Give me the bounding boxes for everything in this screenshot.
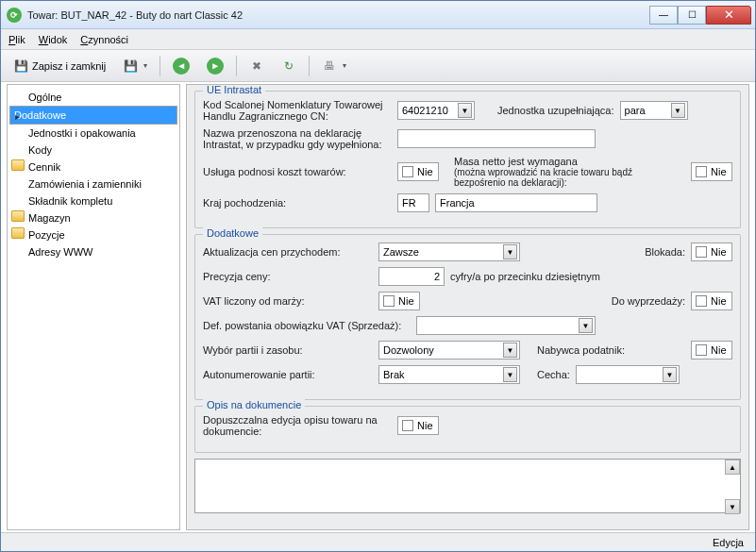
refresh-icon: ↻ <box>281 59 296 74</box>
group-label: Opis na dokumencie <box>203 399 305 410</box>
group-additional: Dodatkowe Aktualizacja cen przychodem: Z… <box>194 234 741 400</box>
main-panel: UE Intrastat Kod Scalonej Nomenklatury T… <box>186 84 749 530</box>
cn-label: Kod Scalonej Nomenklatury Towarowej Hand… <box>203 99 392 122</box>
nav-item-zam-wienia-i-zamienniki[interactable]: Zamówienia i zamienniki <box>9 176 177 192</box>
tools-button[interactable]: ✖ <box>243 55 271 77</box>
notes-textarea[interactable] <box>194 459 741 513</box>
folder-icon <box>11 159 25 171</box>
auto-select[interactable]: Brak▼ <box>378 365 520 384</box>
scrollbar[interactable]: ▲ ▼ <box>725 460 740 514</box>
folder-icon <box>11 210 25 222</box>
chevron-down-icon: ▼ <box>458 103 472 118</box>
menu-file[interactable]: Plik <box>8 34 25 45</box>
back-button[interactable]: ◄ <box>166 55 196 77</box>
upd-label: Aktualizacja cen przychodem: <box>203 246 373 258</box>
taxpayer-checkbox[interactable]: Nie <box>691 341 732 360</box>
forward-button[interactable]: ► <box>200 55 230 77</box>
folder-icon <box>11 227 25 239</box>
titlebar[interactable]: ⟳ Towar: BUT_NAR_42 - Buty do nart Class… <box>1 1 755 29</box>
print-button[interactable]: 🖶▾ <box>315 55 353 77</box>
nav-item-og-lne[interactable]: Ogólne <box>9 89 177 106</box>
sale-label: Do wyprzedaży: <box>612 295 685 307</box>
mass-sub: (można wprowadzić na kracie towaru bądź … <box>454 167 685 188</box>
unit-select[interactable]: para▼ <box>620 101 688 120</box>
scroll-up-icon[interactable]: ▲ <box>725 460 740 475</box>
taxpayer-label: Nabywca podatnik: <box>537 344 685 356</box>
chevron-down-icon: ▼ <box>503 343 517 358</box>
print-icon: 🖶 <box>322 59 337 74</box>
mass-label: Masa netto jest wymagana <box>454 156 685 167</box>
chevron-down-icon: ▼ <box>503 244 517 259</box>
feat-select[interactable]: ▼ <box>576 365 680 384</box>
sale-checkbox[interactable]: Nie <box>691 292 732 310</box>
chevron-down-icon: ▼ <box>671 103 685 118</box>
nav-item-sk-adnik-kompletu[interactable]: Składnik kompletu <box>9 192 177 209</box>
toolbar: 💾 Zapisz i zamknij 💾▾ ◄ ► ✖ ↻ 🖶▾ <box>1 50 755 82</box>
nav-item-magazyn[interactable]: Magazyn <box>9 209 177 226</box>
cc-label: Kraj pochodzenia: <box>203 197 392 209</box>
mass-checkbox[interactable]: Nie <box>691 162 732 181</box>
srv-label: Usługa podnosi koszt towarów: <box>203 166 392 177</box>
arrow-icon: ▸ <box>15 109 20 125</box>
group-label: Dodatkowe <box>203 227 262 239</box>
batch-label: Wybór partii i zasobu: <box>203 344 373 356</box>
window-title: Towar: BUT_NAR_42 - Buty do nart Classic… <box>27 9 649 21</box>
window: ⟳ Towar: BUT_NAR_42 - Buty do nart Class… <box>0 0 756 552</box>
cc-name-input[interactable] <box>435 193 597 212</box>
app-icon: ⟳ <box>7 8 22 23</box>
maximize-button[interactable]: ☐ <box>678 6 706 25</box>
auto-label: Autonumerowanie partii: <box>203 369 373 380</box>
prec-input[interactable] <box>378 267 445 286</box>
status-mode: Edycja <box>713 537 744 548</box>
save-icon: 💾 <box>13 59 28 74</box>
nav-item-dodatkowe[interactable]: ▸Dodatkowe <box>9 106 177 125</box>
group-doc-desc: Opis na dokumencie Dopuszczalna edycja o… <box>194 406 741 453</box>
block-checkbox[interactable]: Nie <box>691 243 732 261</box>
chevron-down-icon: ▼ <box>663 367 677 382</box>
minimize-button[interactable]: — <box>649 6 678 25</box>
nav-item-kody[interactable]: Kody <box>9 142 177 159</box>
menu-actions[interactable]: Czynności <box>80 34 128 45</box>
save-close-button[interactable]: 💾 Zapisz i zamknij <box>7 55 112 77</box>
nav-item-pozycje[interactable]: Pozycje <box>9 226 177 243</box>
nav-item-adresy-www[interactable]: Adresy WWW <box>9 243 177 260</box>
statusbar: Edycja <box>1 532 755 551</box>
srv-checkbox[interactable]: Nie <box>397 162 439 181</box>
scroll-down-icon[interactable]: ▼ <box>725 499 740 514</box>
edit-checkbox[interactable]: Nie <box>397 416 439 435</box>
block-label: Blokada: <box>645 246 685 258</box>
batch-select[interactable]: Dozwolony▼ <box>378 341 520 360</box>
chevron-down-icon: ▼ <box>503 367 517 382</box>
back-icon: ◄ <box>173 58 190 75</box>
group-label: UE Intrastat <box>203 84 265 95</box>
group-intrastat: UE Intrastat Kod Scalonej Nomenklatury T… <box>194 91 741 228</box>
cc-code-input[interactable] <box>397 193 429 212</box>
refresh-button[interactable]: ↻ <box>275 55 303 77</box>
save-button[interactable]: 💾▾ <box>116 55 154 77</box>
nav-item-cennik[interactable]: Cennik <box>9 159 177 176</box>
prec-label: Precyzja ceny: <box>203 271 373 282</box>
chevron-down-icon: ▼ <box>579 318 593 333</box>
save-icon: 💾 <box>123 59 138 74</box>
vatdef-select[interactable]: ▼ <box>416 316 596 335</box>
cn-select[interactable]: 64021210▼ <box>397 101 475 120</box>
nav-item-jednostki-i-opakowania[interactable]: Jednostki i opakowania <box>9 125 177 142</box>
vat-label: VAT liczony od marży: <box>203 295 373 307</box>
prec-suffix: cyfry/a po przecinku dziesiętnym <box>450 271 600 282</box>
vat-checkbox[interactable]: Nie <box>378 292 420 310</box>
menu-view[interactable]: Widok <box>39 34 68 45</box>
menubar: Plik Widok Czynności <box>1 29 755 50</box>
feat-label: Cecha: <box>537 369 570 380</box>
upd-select[interactable]: Zawsze▼ <box>378 243 520 261</box>
nav-tree[interactable]: Ogólne▸DodatkoweJednostki i opakowaniaKo… <box>7 84 180 530</box>
close-button[interactable]: ✕ <box>706 6 751 25</box>
tools-icon: ✖ <box>249 59 264 74</box>
decl-input[interactable] <box>397 129 596 148</box>
decl-label: Nazwa przenoszona na deklarację Intrasta… <box>203 127 392 150</box>
edit-label: Dopuszczalna edycja opisu towaru na doku… <box>203 414 392 437</box>
forward-icon: ► <box>207 58 224 75</box>
vatdef-label: Def. powstania obowiązku VAT (Sprzedaż): <box>203 320 411 331</box>
unit-label: Jednostka uzupełniająca: <box>497 105 614 116</box>
